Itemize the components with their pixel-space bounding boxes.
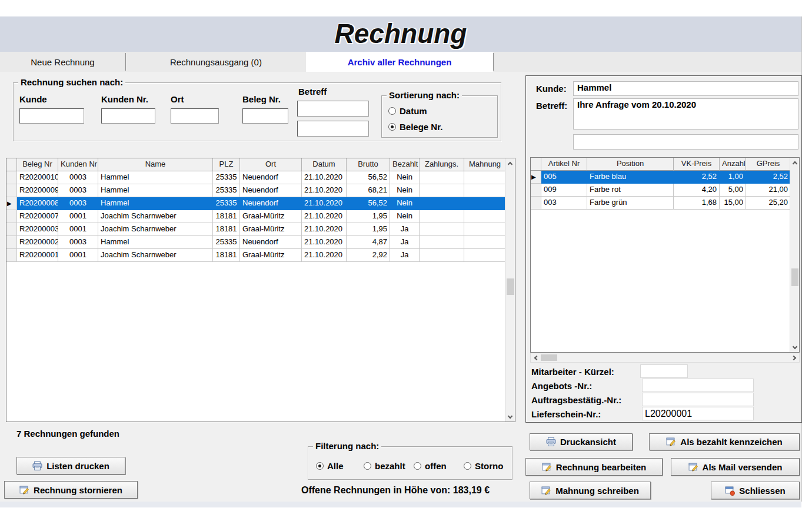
note-edit-icon (666, 437, 676, 447)
col-brutto[interactable]: Brutto (347, 158, 390, 171)
betreff-label: Betreff (298, 87, 327, 97)
invoice-row[interactable]: R20200002 0003 Hammel 25335 Neuendorf 21… (6, 236, 515, 249)
scroll-up-icon[interactable] (505, 158, 515, 168)
tab-archiv-aller-rechnungen[interactable]: Archiv aller Rechnungen (306, 52, 493, 72)
col-mahnung[interactable]: Mahnung (464, 158, 506, 171)
kundennr-search-input[interactable] (101, 108, 155, 124)
als-mail-versenden-button[interactable]: Als Mail versenden (671, 458, 800, 476)
items-table-vscrollbar[interactable] (790, 158, 799, 352)
invoice-row[interactable]: R20200009 0003 Hammel 25335 Neuendorf 21… (6, 184, 515, 197)
search-legend: Rechnung suchen nach: (18, 77, 125, 87)
invoice-row[interactable]: R20200010 0003 Hammel 25335 Neuendorf 21… (6, 171, 515, 184)
col-anzahl[interactable]: Anzahl (720, 158, 746, 171)
items-table: Artikel Nr Position VK-Preis Anzahl GPre… (530, 157, 800, 353)
kunde-label: Kunde (19, 94, 47, 104)
radio-circle-icon (464, 462, 471, 470)
sort-radio-datum[interactable]: Datum (388, 106, 427, 116)
item-row[interactable]: 003 Farbe grün 1,68 15,00 25,20 (531, 197, 799, 210)
rechnung-app-window: Rechnung Neue Rechnung Rechnungsausgang … (0, 0, 812, 511)
auftragsbestaetig-nr-field[interactable] (642, 393, 754, 406)
filter-radio-alle[interactable]: Alle (316, 461, 344, 471)
col-gpreis[interactable]: GPreis (746, 158, 791, 171)
tab-separator (493, 53, 494, 71)
open-invoices-total-text: Offene Rechnungen in Höhe von: 183,19 € (301, 485, 490, 496)
invoice-row[interactable]: R20200007 0001 Joachim Scharnweber 18181… (6, 210, 515, 223)
note-edit-icon (541, 486, 551, 496)
belegnr-search-input[interactable] (242, 108, 288, 124)
detail-betreff-label: Betreff: (536, 101, 567, 111)
lieferschein-nr-label: Lieferschein-Nr.: (531, 409, 601, 419)
detail-kunde-label: Kunde: (536, 84, 567, 94)
item-row[interactable]: 009 Farbe rot 4,20 5,00 21,00 (531, 184, 799, 197)
note-edit-icon (542, 462, 552, 472)
druckansicht-button[interactable]: Druckansicht (530, 433, 633, 450)
col-name[interactable]: Name (98, 158, 213, 171)
items-table-hscrollbar[interactable] (530, 353, 800, 363)
tab-rechnungsausgang[interactable]: Rechnungsausgang (0) (126, 52, 306, 72)
filter-radio-bezahlt[interactable]: bezahlt (364, 461, 405, 471)
close-window-icon (725, 486, 735, 496)
tab-bar: Neue Rechnung Rechnungsausgang (0) Archi… (0, 52, 801, 72)
sort-radio-belege-nr[interactable]: Belege Nr. (388, 122, 442, 132)
ort-search-input[interactable] (171, 108, 219, 124)
vscroll-thumb[interactable] (507, 278, 514, 295)
mahnung-schreiben-button[interactable]: Mahnung schreiben (530, 482, 651, 499)
radio-circle-icon (388, 107, 396, 115)
col-bezahlt[interactable]: Bezahlt (390, 158, 420, 171)
filter-radio-storno[interactable]: Storno (464, 461, 503, 471)
scroll-right-icon[interactable] (790, 353, 799, 363)
col-vk-preis[interactable]: VK-Preis (674, 158, 720, 171)
col-datum[interactable]: Datum (302, 158, 347, 171)
col-kunden-nr[interactable]: Kunden Nr (58, 158, 98, 171)
kunde-search-input[interactable] (19, 108, 84, 124)
invoice-row-selected[interactable]: ▶ R20200008 0003 Hammel 25335 Neuendorf … (6, 197, 515, 210)
note-edit-icon (688, 462, 698, 472)
detail-betreff-field[interactable]: Ihre Anfrage vom 20.10.2020 (573, 98, 798, 130)
printer-icon (32, 461, 42, 471)
col-artikel-nr[interactable]: Artikel Nr (541, 158, 587, 171)
items-table-header: Artikel Nr Position VK-Preis Anzahl GPre… (531, 158, 799, 171)
auftragsbestaetig-nr-label: Auftragsbestätig.-Nr.: (531, 395, 621, 405)
scroll-up-icon[interactable] (790, 158, 800, 167)
invoice-row[interactable]: R20200001 0001 Joachim Scharnweber 18181… (6, 249, 515, 262)
col-plz[interactable]: PLZ (213, 158, 240, 171)
betreff-search-input-2[interactable] (297, 121, 369, 137)
invoice-table: Beleg Nr Kunden Nr Name PLZ Ort Datum Br… (6, 158, 515, 422)
filter-legend: Filterung nach: (313, 441, 381, 451)
scroll-left-icon[interactable] (531, 353, 540, 363)
printer-icon (546, 437, 556, 447)
betreff-search-input-1[interactable] (297, 101, 369, 117)
radio-circle-icon (364, 462, 371, 470)
rechnung-bearbeiten-button[interactable]: Rechnung bearbeiten (525, 458, 663, 476)
result-count-text: 7 Rechnungen gefunden (16, 429, 119, 439)
col-position[interactable]: Position (587, 158, 674, 171)
radio-circle-icon (316, 462, 324, 470)
angebots-nr-field[interactable] (642, 379, 754, 392)
rechnung-stornieren-button[interactable]: Rechnung stornieren (4, 481, 138, 499)
belegnr-label: Beleg Nr. (242, 94, 281, 104)
invoice-table-vscrollbar[interactable] (505, 158, 515, 422)
item-row-selected[interactable]: ▶ 005 Farbe blau 2,52 1,00 2,52 (531, 171, 799, 184)
vscroll-thumb[interactable] (791, 268, 798, 286)
als-bezahlt-kennzeichen-button[interactable]: Als bezahlt kennzeichen (649, 433, 800, 450)
col-ort[interactable]: Ort (240, 158, 302, 171)
listen-drucken-button[interactable]: Listen drucken (16, 457, 125, 474)
scroll-down-icon[interactable] (790, 343, 800, 352)
schliessen-button[interactable]: Schliessen (711, 482, 800, 499)
hscroll-thumb[interactable] (541, 354, 557, 361)
tab-neue-rechnung[interactable]: Neue Rechnung (0, 52, 125, 72)
app-title: Rechnung (0, 18, 801, 49)
col-beleg-nr[interactable]: Beleg Nr (17, 158, 58, 171)
filter-radio-offen[interactable]: offen (414, 461, 447, 471)
row-selector-header (6, 158, 17, 171)
col-zahlungs[interactable]: Zahlungs. (420, 158, 464, 171)
mitarbeiter-kuerzel-field[interactable] (640, 364, 688, 378)
detail-extra-field[interactable] (573, 134, 798, 150)
angebots-nr-label: Angebots -Nr.: (531, 381, 592, 391)
invoice-row[interactable]: R20200003 0001 Joachim Scharnweber 18181… (6, 223, 515, 236)
lieferschein-nr-field[interactable] (642, 407, 754, 420)
selected-row-arrow-icon: ▶ (7, 200, 12, 207)
detail-kunde-field[interactable]: Hammel (573, 81, 798, 96)
selected-row-arrow-icon: ▶ (531, 174, 536, 180)
scroll-down-icon[interactable] (505, 412, 515, 422)
